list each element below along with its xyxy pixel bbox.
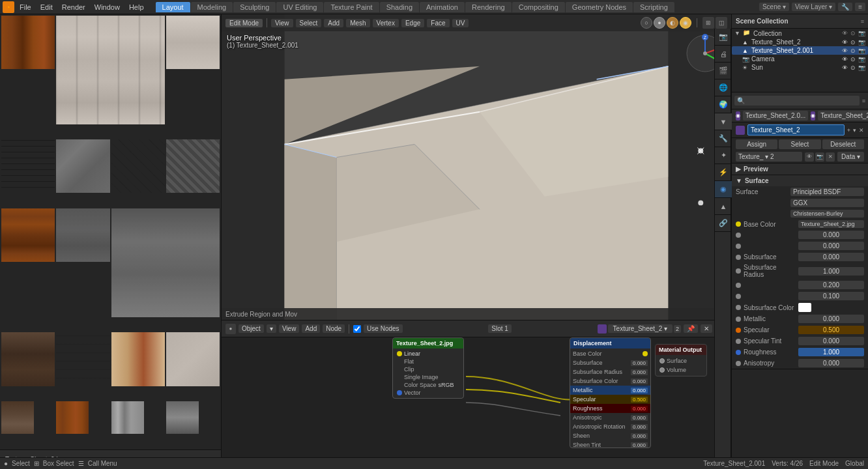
thumbnail-item[interactable] bbox=[111, 139, 165, 193]
thumbnail-item[interactable] bbox=[56, 401, 89, 434]
tab-texture-paint[interactable]: Texture Paint bbox=[324, 2, 379, 12]
sc-item-collection[interactable]: ▼ 📁 Collection 👁 ⊙ 📷 bbox=[732, 29, 868, 38]
sr-value-2[interactable]: 0.200 bbox=[798, 281, 864, 289]
anisotropy-value[interactable]: 0.000 bbox=[798, 359, 864, 367]
rp-tab-data[interactable]: ▲ bbox=[715, 198, 732, 215]
ne-material-dropdown[interactable]: Texture_Sheet_2 ▾ bbox=[608, 324, 673, 333]
thumbnail-item[interactable] bbox=[166, 332, 220, 386]
sc-hide-icon[interactable]: 👁 bbox=[842, 30, 848, 36]
material-name-input[interactable]: Texture_Sheet_2 bbox=[747, 124, 845, 135]
tab-sculpting[interactable]: Sculpting bbox=[233, 2, 276, 12]
sc-item-texture-sheet-2-001[interactable]: ▲ Texture_Sheet_2.001 👁 ⊙ 📷 bbox=[732, 46, 868, 55]
use-nodes-checkbox[interactable] bbox=[353, 325, 361, 333]
tab-geometry-nodes[interactable]: Geometry Nodes bbox=[566, 2, 633, 12]
sc-camera-render[interactable]: 📷 bbox=[858, 56, 865, 63]
tex-slot-eye[interactable]: 👁 bbox=[805, 152, 814, 162]
tab-uv-editing[interactable]: UV Editing bbox=[276, 2, 323, 12]
base-color-value[interactable]: Texture_Sheet_2.jpg bbox=[798, 220, 864, 228]
status-call-menu[interactable]: ☰ bbox=[78, 460, 84, 467]
select-btn[interactable]: Select bbox=[779, 139, 820, 149]
material-remove-btn[interactable]: ✕ bbox=[859, 127, 864, 134]
overlay-btn[interactable]: ⊞ bbox=[702, 17, 714, 29]
status-select[interactable]: ● bbox=[4, 460, 8, 467]
thumbnail-item[interactable] bbox=[1, 401, 34, 434]
sc-sun-viewport[interactable]: ⊙ bbox=[850, 64, 856, 71]
thumbnail-item[interactable] bbox=[166, 16, 220, 69]
surface-section-header[interactable]: ▼ Surface bbox=[732, 175, 868, 186]
viewport-add-btn[interactable]: Add bbox=[324, 19, 343, 27]
view-layer[interactable]: View Layer ▾ bbox=[792, 3, 835, 11]
viewport-select-btn[interactable]: Select bbox=[296, 19, 322, 27]
rp-tab-scene[interactable]: 🌐 bbox=[715, 79, 732, 96]
disp-value[interactable]: 0.000 bbox=[798, 231, 864, 239]
specular-value[interactable]: 0.500 bbox=[798, 326, 864, 334]
sc-sun-render[interactable]: 📷 bbox=[858, 64, 865, 71]
properties-search-input[interactable] bbox=[734, 96, 860, 106]
sc-sun-hide[interactable]: 👁 bbox=[842, 64, 848, 71]
thumbnail-item[interactable] bbox=[56, 139, 109, 193]
viewport-edge-btn[interactable]: Edge bbox=[401, 19, 424, 27]
tab-rendering[interactable]: Rendering bbox=[465, 2, 512, 12]
thumbnail-item[interactable] bbox=[56, 332, 109, 386]
rp-tab-material[interactable]: ◉ bbox=[715, 181, 732, 198]
thumbnail-item[interactable] bbox=[56, 208, 109, 262]
tab-shading[interactable]: Shading bbox=[380, 2, 419, 12]
prop-value-2[interactable]: 0.000 bbox=[798, 242, 864, 250]
ne-object-dropdown[interactable]: ▾ bbox=[267, 324, 276, 333]
thumbnail-item[interactable] bbox=[111, 401, 144, 434]
thumbnail-item[interactable] bbox=[166, 139, 220, 193]
menu-edit[interactable]: Edit bbox=[36, 2, 57, 12]
rp-tab-render[interactable]: 📷 bbox=[715, 29, 732, 46]
viewport-3d[interactable]: Edit Mode View Select Add Mesh Vertex Ed… bbox=[222, 14, 731, 320]
viewport-vertex-btn[interactable]: Vertex bbox=[373, 19, 399, 27]
scene-collection-filter[interactable]: ≡ bbox=[861, 18, 864, 25]
subsurface-color-swatch[interactable] bbox=[798, 303, 811, 312]
xray-btn[interactable]: ◫ bbox=[716, 17, 727, 29]
viewport-mesh-btn[interactable]: Mesh bbox=[346, 19, 369, 27]
thumbnail-item[interactable] bbox=[111, 208, 220, 317]
rp-tab-physics[interactable]: ⚡ bbox=[715, 164, 732, 181]
menu-render[interactable]: Render bbox=[58, 2, 89, 12]
menu-window[interactable]: Window bbox=[91, 2, 124, 12]
ne-view-btn[interactable]: View bbox=[279, 324, 300, 333]
surface-value[interactable]: Principled BSDF bbox=[790, 188, 864, 196]
rp-tab-constraints[interactable]: 🔗 bbox=[715, 215, 732, 232]
rp-tab-modifiers[interactable]: 🔧 bbox=[715, 130, 732, 147]
thumbnail-item[interactable] bbox=[111, 332, 165, 386]
sc-ts2-hide[interactable]: 👁 bbox=[842, 39, 848, 46]
filter-btn[interactable]: ≡ bbox=[855, 3, 865, 11]
texture-slot-name[interactable]: Texture_ ▾ 2 bbox=[736, 152, 802, 162]
preview-section-header[interactable]: ▶ Preview bbox=[732, 163, 868, 175]
node-canvas[interactable]: Texture_Sheet_2.jpg Linear Flat Clip bbox=[222, 337, 731, 469]
viewport-face-btn[interactable]: Face bbox=[427, 19, 449, 27]
thumbnail-item[interactable] bbox=[1, 332, 55, 386]
render-mode[interactable]: ◉ bbox=[680, 17, 691, 29]
thumbnail-item[interactable] bbox=[1, 208, 55, 262]
ne-object-btn[interactable]: Object bbox=[239, 324, 264, 333]
material-browse-btn[interactable]: ▾ bbox=[853, 127, 856, 134]
properties-filter-btn[interactable]: ≡ bbox=[862, 98, 865, 104]
ne-node-btn[interactable]: Node bbox=[323, 324, 345, 333]
sc-ts2-render[interactable]: 📷 bbox=[858, 39, 865, 46]
texture-selector-right[interactable]: Texture_Sheet_2 bbox=[818, 111, 868, 121]
sc-camera-viewport[interactable]: ⊙ bbox=[850, 56, 856, 63]
thumbnail-item[interactable] bbox=[1, 139, 55, 193]
sc-item-camera[interactable]: 📷 Camera 👁 ⊙ 📷 bbox=[732, 55, 868, 63]
node-editor-type-icon[interactable]: ● bbox=[225, 324, 236, 334]
thumbnail-item[interactable] bbox=[56, 16, 165, 124]
ne-add-btn[interactable]: Add bbox=[302, 324, 320, 333]
sc-viewport-icon[interactable]: ⊙ bbox=[850, 30, 856, 36]
sc-item-sun[interactable]: ☀ Sun 👁 ⊙ 📷 bbox=[732, 63, 868, 72]
rp-tab-view[interactable]: 🎬 bbox=[715, 63, 732, 79]
menu-file[interactable]: File bbox=[16, 2, 35, 12]
solid-mode[interactable]: ● bbox=[654, 17, 665, 29]
wireframe-mode[interactable]: ○ bbox=[641, 17, 652, 29]
sc-item-texture-sheet-2[interactable]: ▲ Texture_Sheet_2 👁 ⊙ 📷 bbox=[732, 38, 868, 46]
rp-tab-output[interactable]: 🖨 bbox=[715, 46, 732, 63]
status-box-select[interactable]: ⊞ bbox=[34, 460, 39, 467]
sr-value-3[interactable]: 0.100 bbox=[798, 292, 864, 300]
tab-modeling[interactable]: Modeling bbox=[191, 2, 233, 12]
output-node[interactable]: Material Output Surface Volume bbox=[655, 344, 707, 377]
scene-selector[interactable]: Scene ▾ bbox=[759, 3, 789, 11]
edit-mode-btn[interactable]: Edit Mode bbox=[225, 19, 263, 27]
